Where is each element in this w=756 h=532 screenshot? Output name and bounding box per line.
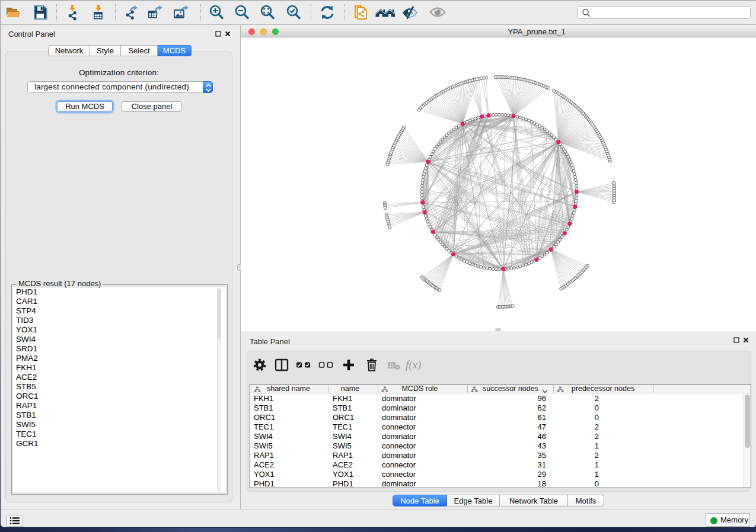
svg-text:f(x): f(x) (406, 358, 421, 371)
